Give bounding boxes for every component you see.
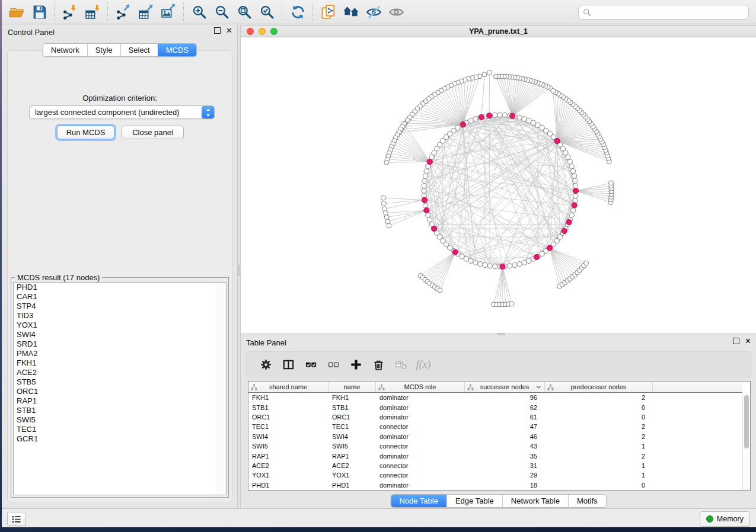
table-cell: 61 bbox=[465, 414, 545, 421]
zoom-fit-icon[interactable] bbox=[233, 2, 256, 21]
mcds-result-item[interactable]: PMA2 bbox=[14, 349, 226, 358]
criterion-dropdown[interactable]: largest connected component (undirected) bbox=[29, 105, 215, 119]
mcds-result-item[interactable]: PHD1 bbox=[14, 283, 226, 292]
search-icon bbox=[583, 8, 591, 17]
scrollbar-thumb[interactable] bbox=[744, 395, 749, 448]
close-panel-icon[interactable]: ✕ bbox=[226, 27, 232, 34]
first-neighbors-icon[interactable] bbox=[340, 2, 362, 21]
main-toolbar bbox=[2, 0, 756, 24]
mcds-result-title: MCDS result (17 nodes) bbox=[15, 273, 102, 282]
mcds-result-item[interactable]: STB5 bbox=[14, 377, 226, 387]
zoom-out-icon[interactable] bbox=[210, 2, 233, 21]
refresh-icon[interactable] bbox=[286, 2, 309, 21]
table-row[interactable]: SWI4SWI4dominator462 bbox=[248, 432, 742, 441]
table-row[interactable]: YOX1YOX1connector291 bbox=[248, 470, 742, 480]
table-cell: connector bbox=[376, 443, 465, 450]
tab-mcds[interactable]: MCDS bbox=[158, 44, 196, 56]
settings-gear-icon[interactable] bbox=[254, 354, 277, 375]
column-header-MCDS-role[interactable]: MCDS role bbox=[376, 382, 465, 392]
show-all-icon[interactable] bbox=[385, 2, 407, 21]
import-table-icon[interactable] bbox=[81, 2, 104, 21]
float-panel-icon[interactable] bbox=[214, 27, 221, 34]
mcds-result-item[interactable]: SWI4 bbox=[14, 330, 226, 339]
tab-style[interactable]: Style bbox=[87, 44, 120, 56]
open-file-icon[interactable] bbox=[5, 2, 28, 21]
table-panel-title: Table Panel bbox=[246, 338, 286, 347]
zoom-in-icon[interactable] bbox=[188, 2, 210, 21]
run-mcds-button[interactable]: Run MCDS bbox=[57, 126, 114, 139]
mcds-result-group: MCDS result (17 nodes) PHD1CAR1STP4TID3Y… bbox=[11, 277, 229, 498]
mcds-result-item[interactable]: STP4 bbox=[14, 302, 226, 311]
float-panel-icon[interactable] bbox=[733, 338, 739, 344]
memory-button[interactable]: Memory bbox=[700, 511, 750, 527]
table-row[interactable]: TEC1TEC1connector472 bbox=[248, 422, 742, 431]
task-history-button[interactable] bbox=[7, 512, 26, 526]
search-box[interactable] bbox=[578, 5, 749, 20]
mcds-result-item[interactable]: RAP1 bbox=[14, 396, 226, 406]
list-scrollbar[interactable] bbox=[218, 283, 226, 495]
import-network-icon[interactable] bbox=[59, 2, 81, 21]
network-canvas[interactable] bbox=[241, 37, 756, 334]
tab-network-table[interactable]: Network Table bbox=[502, 495, 568, 507]
export-image-icon[interactable] bbox=[157, 2, 180, 21]
table-cell: connector bbox=[376, 472, 465, 479]
save-session-icon[interactable] bbox=[28, 2, 50, 21]
add-row-icon[interactable] bbox=[344, 354, 367, 375]
column-header-predecessor-nodes[interactable]: predecessor nodes bbox=[545, 382, 653, 392]
criterion-value: largest connected component (undirected) bbox=[30, 108, 202, 117]
table-cell: 2 bbox=[545, 394, 653, 401]
table-cell: 18 bbox=[465, 482, 545, 489]
select-all-checkboxes-icon[interactable] bbox=[299, 354, 322, 375]
column-header-shared-name[interactable]: shared name bbox=[248, 382, 328, 392]
show-columns-icon[interactable] bbox=[277, 354, 299, 375]
zoom-selected-icon[interactable] bbox=[256, 2, 278, 21]
column-header-name[interactable]: name bbox=[328, 382, 376, 392]
mcds-result-item[interactable]: TID3 bbox=[14, 311, 226, 321]
table-cell: connector bbox=[376, 423, 465, 430]
mcds-result-item[interactable]: YOX1 bbox=[14, 321, 226, 330]
tab-select[interactable]: Select bbox=[120, 44, 158, 56]
column-header-successor-nodes[interactable]: successor nodes bbox=[465, 382, 545, 392]
table-row[interactable]: PHD1PHD1dominator180 bbox=[248, 480, 742, 490]
close-panel-icon[interactable]: ✕ bbox=[745, 338, 751, 344]
table-row[interactable]: FKH1FKH1dominator962 bbox=[248, 393, 742, 402]
table-cell: RAP1 bbox=[328, 453, 376, 460]
export-network-icon[interactable] bbox=[112, 2, 135, 21]
network-title: YPA_prune.txt_1 bbox=[241, 27, 756, 36]
mcds-result-item[interactable]: SRD1 bbox=[14, 339, 226, 349]
mcds-result-item[interactable]: ACE2 bbox=[14, 368, 226, 377]
table-row[interactable]: STB1STB1dominator620 bbox=[248, 402, 742, 412]
table-row[interactable]: SWI5SWI5connector431 bbox=[248, 441, 742, 451]
mcds-result-item[interactable]: SWI5 bbox=[14, 415, 226, 425]
search-input[interactable] bbox=[594, 8, 744, 17]
export-table-icon[interactable] bbox=[135, 2, 157, 21]
toolbar-separator bbox=[54, 3, 55, 21]
mcds-result-item[interactable]: FKH1 bbox=[14, 358, 226, 368]
tab-node-table[interactable]: Node Table bbox=[391, 495, 446, 507]
table-scrollbar[interactable] bbox=[742, 393, 750, 490]
table-row[interactable]: ORC1ORC1dominator610 bbox=[248, 412, 742, 422]
deselect-all-checkboxes-icon[interactable] bbox=[322, 354, 344, 375]
table-row[interactable]: ACE2ACE2connector311 bbox=[248, 461, 742, 470]
table-cell: 31 bbox=[465, 462, 545, 469]
copy-style-icon[interactable] bbox=[317, 2, 340, 21]
delete-row-icon[interactable] bbox=[367, 354, 390, 375]
mcds-result-item[interactable]: TEC1 bbox=[14, 425, 226, 434]
hide-selected-icon[interactable] bbox=[362, 2, 385, 21]
close-panel-button[interactable]: Close panel bbox=[122, 126, 184, 139]
column-header-empty bbox=[653, 382, 742, 392]
tab-network[interactable]: Network bbox=[43, 44, 87, 56]
table-header-row: shared namenameMCDS rolesuccessor nodesp… bbox=[248, 382, 742, 393]
network-titlebar[interactable]: YPA_prune.txt_1 bbox=[241, 25, 756, 37]
mcds-result-item[interactable]: CAR1 bbox=[14, 292, 226, 302]
tab-edge-table[interactable]: Edge Table bbox=[446, 495, 502, 507]
table-row[interactable]: RAP1RAP1dominator352 bbox=[248, 451, 742, 460]
mcds-result-list[interactable]: PHD1CAR1STP4TID3YOX1SWI4SRD1PMA2FKH1ACE2… bbox=[13, 282, 227, 495]
table-cell: connector bbox=[376, 462, 465, 469]
table-cell: 29 bbox=[465, 472, 545, 479]
mcds-result-item[interactable]: ORC1 bbox=[14, 387, 226, 396]
mcds-result-item[interactable]: STB1 bbox=[14, 406, 226, 415]
tab-motifs[interactable]: Motifs bbox=[568, 495, 606, 507]
mcds-result-item[interactable]: GCR1 bbox=[14, 434, 226, 444]
table-cell: 1 bbox=[545, 462, 653, 469]
